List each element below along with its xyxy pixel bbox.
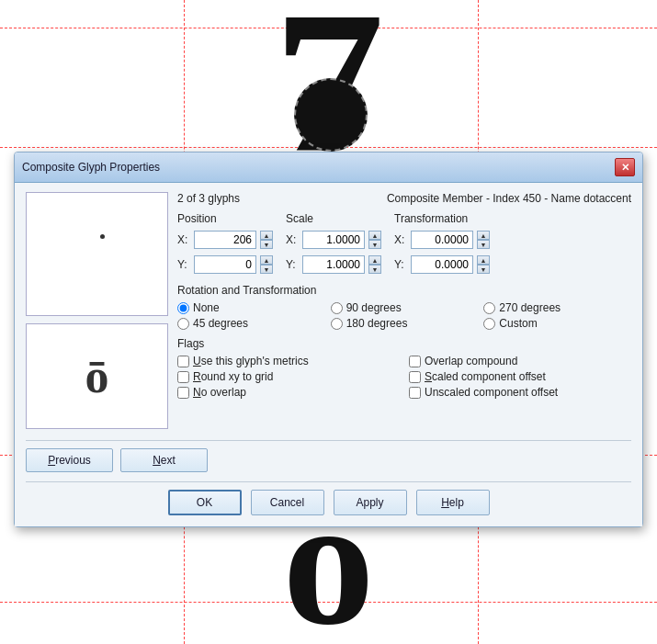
position-y-input[interactable] — [194, 255, 256, 274]
dotaccent-preview — [294, 78, 368, 152]
radio-90deg-input[interactable] — [331, 302, 343, 314]
close-button[interactable]: ✕ — [615, 158, 635, 176]
glyph-member: Composite Member - Index 450 - Name dota… — [387, 192, 631, 205]
props-panel: 2 of 3 glyphs Composite Member - Index 4… — [177, 192, 631, 429]
previous-button[interactable]: Previous — [26, 448, 113, 472]
pst-section: Position X: ▲ ▼ Y: — [177, 212, 631, 277]
transform-x-spinner: ▲ ▼ — [477, 231, 490, 249]
radio-none-input[interactable] — [177, 302, 189, 314]
scale-y-up[interactable]: ▲ — [368, 255, 381, 265]
transformation-label: Transformation — [394, 212, 490, 225]
transform-y-down[interactable]: ▼ — [477, 265, 490, 274]
position-x-row: X: ▲ ▼ — [177, 231, 273, 249]
scale-x-up[interactable]: ▲ — [368, 231, 381, 240]
scale-y-spinner: ▲ ▼ — [368, 255, 381, 274]
cancel-button[interactable]: Cancel — [251, 490, 324, 515]
radio-none[interactable]: None — [177, 301, 325, 314]
transform-x-input[interactable] — [411, 231, 473, 249]
position-y-label: Y: — [177, 258, 190, 271]
glyph-count: 2 of 3 glyphs — [177, 192, 240, 205]
radio-45deg-label: 45 degrees — [193, 317, 248, 330]
dialog-title: Composite Glyph Properties — [22, 161, 160, 174]
radio-180deg[interactable]: 180 degrees — [331, 317, 479, 330]
position-x-input[interactable] — [194, 231, 256, 249]
help-button[interactable]: Help — [416, 490, 490, 515]
flag-use-metrics-label: Use this glyph's metrics — [193, 355, 309, 367]
transform-x-label: X: — [394, 233, 407, 246]
flags-section-label: Flags — [177, 337, 631, 350]
scale-x-spinner: ▲ ▼ — [368, 231, 381, 249]
flag-scaled-component-input[interactable] — [409, 371, 421, 383]
transform-y-label: Y: — [394, 258, 407, 271]
scale-label: Scale — [286, 212, 381, 225]
radio-custom-input[interactable] — [483, 318, 495, 330]
transform-x-up[interactable]: ▲ — [477, 231, 490, 240]
composite-glyph-dialog: Composite Glyph Properties ✕ ō 2 of 3 gl… — [14, 152, 643, 527]
ok-button[interactable]: OK — [168, 490, 242, 515]
position-y-spinner: ▲ ▼ — [260, 255, 273, 274]
flag-scaled-component-label: Scaled component offset — [425, 370, 546, 383]
dialog-body: ō 2 of 3 glyphs Composite Member - Index… — [15, 183, 642, 526]
flag-no-overlap-label: No overlap — [193, 386, 246, 399]
flag-round-xy-input[interactable] — [177, 371, 189, 383]
radio-270deg-input[interactable] — [483, 302, 495, 314]
radio-270deg[interactable]: 270 degrees — [483, 301, 631, 314]
radio-45deg[interactable]: 45 degrees — [177, 317, 325, 330]
scale-x-row: X: ▲ ▼ — [286, 231, 381, 249]
radio-custom-label: Custom — [499, 317, 537, 330]
flag-overlap-compound-input[interactable] — [409, 356, 421, 367]
action-row: OK Cancel Apply Help — [26, 481, 631, 515]
position-y-row: Y: ▲ ▼ — [177, 255, 273, 274]
flag-round-xy-label: Round xy to grid — [193, 370, 273, 383]
flag-scaled-component[interactable]: Scaled component offset — [409, 370, 631, 383]
radio-none-label: None — [193, 301, 220, 314]
transform-y-row: Y: ▲ ▼ — [394, 255, 490, 274]
nav-row: Previous Next — [26, 440, 631, 472]
preview-box-bottom: ō — [26, 323, 168, 429]
flag-overlap-compound[interactable]: Overlap compound — [409, 355, 631, 367]
position-x-spinner: ▲ ▼ — [260, 231, 273, 249]
flag-unscaled-component-label: Unscaled component offset — [425, 386, 558, 399]
flag-no-overlap-input[interactable] — [177, 387, 189, 399]
transformation-group: Transformation X: ▲ ▼ Y: — [394, 212, 490, 277]
position-y-down[interactable]: ▼ — [260, 265, 273, 274]
flag-no-overlap[interactable]: No overlap — [177, 386, 400, 399]
flag-unscaled-component-input[interactable] — [409, 387, 421, 399]
radio-45deg-input[interactable] — [177, 318, 189, 330]
scale-x-input[interactable] — [302, 231, 365, 249]
flag-use-metrics-input[interactable] — [177, 356, 189, 367]
radio-90deg-label: 90 degrees — [346, 301, 402, 314]
transform-y-up[interactable]: ▲ — [477, 255, 490, 265]
scale-x-down[interactable]: ▼ — [368, 240, 381, 249]
position-x-down[interactable]: ▼ — [260, 240, 273, 249]
transform-x-down[interactable]: ▼ — [477, 240, 490, 249]
flag-unscaled-component[interactable]: Unscaled component offset — [409, 386, 631, 399]
radio-270deg-label: 270 degrees — [499, 301, 561, 314]
transform-x-row: X: ▲ ▼ — [394, 231, 490, 249]
radio-90deg[interactable]: 90 degrees — [331, 301, 479, 314]
flag-round-xy[interactable]: Round xy to grid — [177, 370, 400, 383]
radio-custom[interactable]: Custom — [483, 317, 631, 330]
scale-y-down[interactable]: ▼ — [368, 265, 381, 274]
scale-y-input[interactable] — [302, 255, 365, 274]
next-button[interactable]: Next — [120, 448, 208, 472]
flag-overlap-compound-label: Overlap compound — [425, 355, 517, 367]
flag-use-metrics[interactable]: Use this glyph's metrics — [177, 355, 400, 367]
transform-y-input[interactable] — [411, 255, 473, 274]
glyph-info-row: 2 of 3 glyphs Composite Member - Index 4… — [177, 192, 631, 205]
position-label: Position — [177, 212, 273, 225]
preview-column: ō — [26, 192, 168, 429]
rotation-section-label: Rotation and Transformation — [177, 284, 631, 297]
radio-180deg-label: 180 degrees — [346, 317, 408, 330]
position-y-up[interactable]: ▲ — [260, 255, 273, 265]
apply-button[interactable]: Apply — [334, 490, 407, 515]
scale-y-label: Y: — [286, 258, 299, 271]
preview-box-top — [26, 192, 168, 316]
radio-180deg-input[interactable] — [331, 318, 343, 330]
dialog-content: ō 2 of 3 glyphs Composite Member - Index… — [26, 192, 631, 429]
scale-y-row: Y: ▲ ▼ — [286, 255, 381, 274]
dialog-titlebar: Composite Glyph Properties ✕ — [15, 153, 642, 183]
scale-x-label: X: — [286, 233, 299, 246]
position-x-up[interactable]: ▲ — [260, 231, 273, 240]
transform-y-spinner: ▲ ▼ — [477, 255, 490, 274]
